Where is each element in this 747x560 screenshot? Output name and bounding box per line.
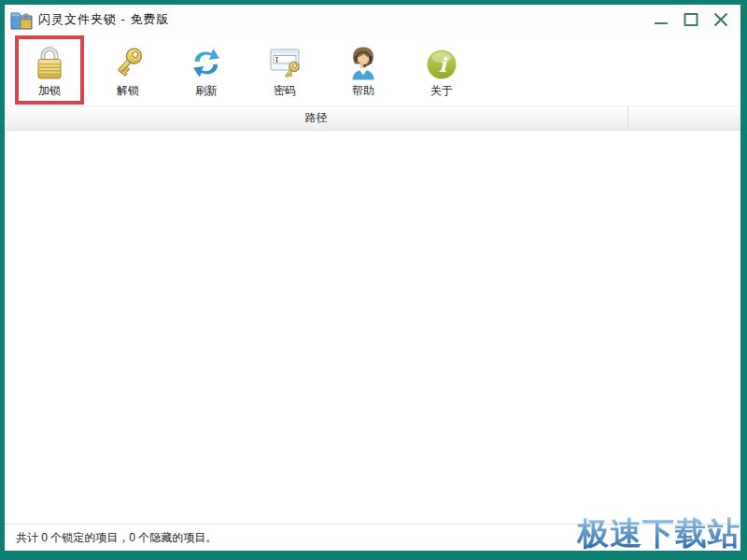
about-icon: i	[426, 42, 458, 81]
app-window: 闪灵文件夹锁 - 免费版	[0, 0, 747, 560]
lock-icon	[34, 42, 65, 81]
toolbar-button-about[interactable]: i 关于	[407, 35, 476, 105]
toolbar-button-label: 解锁	[117, 84, 139, 97]
toolbar-button-help[interactable]: 帮助	[329, 35, 398, 105]
toolbar-button-unlock[interactable]: 解锁	[93, 35, 162, 105]
refresh-icon	[190, 42, 223, 81]
window-title: 闪灵文件夹锁 - 免费版	[38, 11, 170, 28]
window-controls	[649, 8, 733, 31]
column-header-extra[interactable]	[628, 106, 740, 130]
column-header-path[interactable]: 路径	[5, 106, 628, 130]
toolbar-button-label: 密码	[274, 84, 296, 97]
list-header: 路径	[5, 105, 740, 131]
toolbar-button-password[interactable]: 密码	[250, 35, 319, 105]
toolbar-button-label: 帮助	[352, 84, 374, 97]
toolbar-button-label: 加锁	[38, 84, 61, 97]
key-icon	[111, 42, 145, 81]
toolbar-button-lock[interactable]: 加锁	[15, 35, 84, 105]
maximize-button[interactable]	[679, 8, 703, 31]
close-button[interactable]	[709, 8, 733, 31]
minimize-button[interactable]	[649, 8, 673, 31]
help-icon	[346, 42, 380, 81]
file-list[interactable]	[5, 131, 740, 524]
status-text: 共计 0 个锁定的项目，0 个隐藏的项目。	[16, 530, 217, 546]
toolbar-button-label: 关于	[430, 84, 453, 97]
toolbar-button-refresh[interactable]: 刷新	[172, 35, 241, 105]
toolbar-button-label: 刷新	[195, 84, 218, 97]
toolbar: 加锁	[5, 34, 740, 105]
password-icon	[268, 42, 302, 81]
folder-lock-icon	[10, 9, 33, 30]
watermark-text: 极速下载站	[577, 515, 740, 551]
titlebar: 闪灵文件夹锁 - 免费版	[5, 5, 740, 34]
